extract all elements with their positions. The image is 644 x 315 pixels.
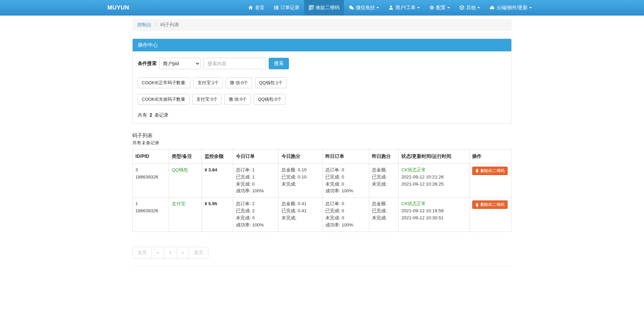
run-time: 2021-09-12 10:30:51 xyxy=(401,215,466,222)
stat-line: 未完成: xyxy=(372,215,396,222)
nav-item-home[interactable]: 首页 xyxy=(243,0,269,15)
delete-button-label: 删除此二维码 xyxy=(480,168,505,174)
qq-wallet-normal-count-button[interactable]: QQ钱包:1个 xyxy=(255,77,287,88)
cell-status: CK状态正常 2021-09-12 10:19:59 2021-09-12 10… xyxy=(399,198,469,232)
search-form: 条件搜索 商户pid 搜索 xyxy=(138,58,506,69)
stat-line: 总订单: 2 xyxy=(236,200,276,208)
wechat-icon xyxy=(349,5,354,10)
nav-item-label: 微信免挂 xyxy=(356,5,375,11)
breadcrumb-link-console[interactable]: 控制台 xyxy=(137,22,152,27)
brand-logo[interactable]: MUYUN xyxy=(107,0,129,15)
nav-item-config[interactable]: 配置 xyxy=(425,0,455,15)
cookie-invalid-count-button[interactable]: COOKIE失效码子数量 xyxy=(138,94,189,105)
footer-divider xyxy=(132,266,512,267)
cell-type: 支付宝 xyxy=(169,198,202,232)
stat-line: 成功率: 100% xyxy=(325,222,366,229)
nav-item-label: 其他 xyxy=(466,5,476,11)
cube-icon xyxy=(459,5,464,10)
pagination-prev[interactable]: « xyxy=(152,247,164,259)
cell-yesterday-score: 总金额: 已完成: 未完成: xyxy=(369,198,399,232)
cookie-normal-count-button[interactable]: COOKIE正常码子数量: xyxy=(138,77,190,88)
table-header-row: ID/PID 类型/备注 监控余额 今日订单 今日跑分 昨日订单 昨日跑分 状态… xyxy=(133,149,512,164)
cell-today-orders: 总订单: 2 已完成: 2 未完成: 0 成功率: 100% xyxy=(233,198,279,232)
nav-item-label: 收款二维码 xyxy=(316,5,339,11)
alipay-invalid-count-button[interactable]: 支付宝:0个 xyxy=(192,94,222,105)
cell-today-orders: 总订单: 1 已完成: 1 未完成: 0 成功率: 100% xyxy=(233,164,279,198)
nav-item-cloud-plugin-update[interactable]: 云端/插件/更新 xyxy=(485,0,537,15)
stat-line: 已完成: 1 xyxy=(236,174,276,181)
pagination-first[interactable]: 首页 xyxy=(132,247,152,259)
delete-button-label: 删除此二维码 xyxy=(480,202,505,208)
panel-body: 条件搜索 商户pid 搜索 COOKIE正常码子数量: 支付宝:1个 微 信:0… xyxy=(133,51,511,123)
col-header-balance: 监控余额 xyxy=(202,149,233,164)
stat-line: 已完成: 0.41 xyxy=(281,208,320,215)
delete-qrcode-button[interactable]: 删除此二维码 xyxy=(472,167,508,175)
type-label: QQ钱包 xyxy=(172,167,188,172)
operation-center-panel: 操作中心 条件搜索 商户pid 搜索 COOKIE正常码子数量: 支付宝:1个 … xyxy=(132,39,512,124)
caret-down-icon xyxy=(529,7,532,8)
stat-line: 已完成: 0.10 xyxy=(281,174,320,181)
caret-down-icon xyxy=(376,7,379,8)
stat-line: 总金额: 0.41 xyxy=(281,200,320,208)
records-prefix: 共有 xyxy=(138,112,147,118)
nav-item-order-records[interactable]: 订单记录 xyxy=(269,0,304,15)
cell-today-score: 总金额: 0.10 已完成: 0.10 未完成: xyxy=(279,164,323,198)
list-icon xyxy=(274,5,279,10)
cell-id-pid: 1 186639326 xyxy=(133,198,169,232)
codes-table: ID/PID 类型/备注 监控余额 今日订单 今日跑分 昨日订单 昨日跑分 状态… xyxy=(132,149,512,232)
stat-line: 成功率: 100% xyxy=(236,222,276,229)
wechat-normal-count-button[interactable]: 微 信:0个 xyxy=(226,77,252,88)
breadcrumb: 控制台 / 码子列表 xyxy=(132,19,512,31)
search-type-select[interactable]: 商户pid xyxy=(159,58,200,69)
stat-line: 已完成: xyxy=(372,208,396,215)
col-header-today-orders: 今日订单 xyxy=(233,149,279,164)
cell-type: QQ钱包 xyxy=(169,164,202,198)
delete-qrcode-button[interactable]: 删除此二维码 xyxy=(472,200,508,209)
nav-item-users-tickets[interactable]: 用户/工单 xyxy=(384,0,425,15)
stat-line: 未完成: xyxy=(372,181,396,188)
table-title: 码子列表 xyxy=(132,132,512,139)
pagination-next[interactable]: » xyxy=(177,247,189,259)
stat-line: 未完成: xyxy=(281,181,320,188)
stat-line: 已完成: 0 xyxy=(325,208,366,215)
panel-title: 操作中心 xyxy=(133,39,511,51)
qq-wallet-invalid-count-button[interactable]: QQ钱包:0个 xyxy=(254,94,286,105)
balance-value: ¥ 5.95 xyxy=(205,201,217,206)
nav-item-label: 首页 xyxy=(255,5,264,11)
caret-down-icon xyxy=(447,7,450,8)
search-label: 条件搜索 xyxy=(138,60,157,67)
pagination-last[interactable]: 尾页 xyxy=(189,247,208,259)
col-header-today-score: 今日跑分 xyxy=(279,149,323,164)
records-count: 2 xyxy=(150,112,152,118)
col-header-yesterday-score: 昨日跑分 xyxy=(369,149,399,164)
nav-item-label: 云端/插件/更新 xyxy=(497,5,528,11)
nav-menu: 首页 订单记录 收款二维码 微信免挂 xyxy=(243,0,537,15)
trash-icon xyxy=(475,203,479,207)
gear-icon xyxy=(429,5,434,10)
breadcrumb-separator: / xyxy=(153,22,159,27)
row-pid: 186639326 xyxy=(135,208,166,215)
row-id: 1 xyxy=(135,200,166,208)
alipay-normal-count-button[interactable]: 支付宝:1个 xyxy=(193,77,223,88)
nav-item-wechat[interactable]: 微信免挂 xyxy=(344,0,384,15)
cell-actions: 删除此二维码 xyxy=(469,198,512,232)
cell-today-score: 总金额: 0.41 已完成: 0.41 未完成: xyxy=(279,198,323,232)
stat-line: 成功率: 100% xyxy=(236,188,276,195)
stat-line: 总金额: xyxy=(372,200,396,208)
wechat-invalid-count-button[interactable]: 微 信:0个 xyxy=(224,94,250,105)
nav-item-label: 配置 xyxy=(436,5,446,11)
stat-line: 已完成: xyxy=(372,174,396,181)
pagination-page-1[interactable]: 1 xyxy=(164,247,177,259)
row-pid: 186639326 xyxy=(135,174,166,181)
nav-item-other[interactable]: 其他 xyxy=(455,0,485,15)
search-input[interactable] xyxy=(203,58,266,69)
cell-yesterday-score: 总金额: 已完成: 未完成: xyxy=(369,164,399,198)
cell-actions: 删除此二维码 xyxy=(469,164,512,198)
stat-line: 总订单: 0 xyxy=(325,167,366,174)
cookie-invalid-row: COOKIE失效码子数量 支付宝:0个 微 信:0个 QQ钱包:0个 xyxy=(138,94,506,105)
cell-balance: ¥ 3.84 xyxy=(202,164,233,198)
row-id: 3 xyxy=(135,167,166,174)
nav-item-payment-qrcode[interactable]: 收款二维码 xyxy=(304,0,344,15)
search-button[interactable]: 搜索 xyxy=(269,58,289,69)
stat-line: 未完成: xyxy=(281,215,320,222)
